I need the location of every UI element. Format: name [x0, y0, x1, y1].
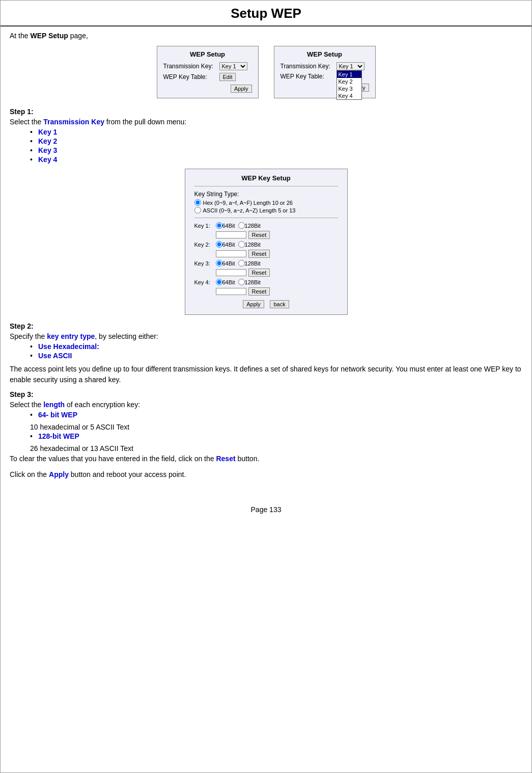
ascii-radio-row: ASCII (0~9, a~z, A~Z) Length 5 or 13 — [194, 207, 338, 214]
apply-button-1[interactable]: Apply — [231, 85, 252, 93]
key1-input-row: Reset — [194, 231, 338, 239]
reset-note-end: button. — [236, 455, 260, 463]
edit-button[interactable]: Edit — [219, 73, 236, 81]
step1-desc-end: from the pull down menu: — [104, 118, 186, 126]
step3-desc-bold: length — [43, 401, 65, 409]
step1-key-list: Key 1 Key 2 Key 3 Key 4 — [10, 128, 522, 164]
key2-64bit-inline: 64Bit — [216, 241, 235, 248]
ascii-label: ASCII (0~9, a~z, A~Z) Length 5 or 13 — [203, 207, 296, 214]
key2-reset-button[interactable]: Reset — [248, 250, 270, 258]
key4-64bit-radio[interactable] — [216, 279, 222, 285]
dropdown-item-key1[interactable]: Key 1 — [337, 71, 361, 78]
key4-label: Key 4: — [194, 279, 216, 285]
step2-heading: Step 2: — [10, 322, 522, 330]
wep-setup-title-1: WEP Setup — [163, 50, 252, 58]
key1-64bit-label: 64Bit — [222, 223, 235, 229]
key3-input[interactable] — [216, 269, 246, 276]
key1-input[interactable] — [216, 231, 246, 238]
key1-row: Key 1: 64Bit 128Bit — [194, 222, 338, 229]
key4-128bit-radio[interactable] — [238, 279, 245, 285]
step3-bullet-list: 64- bit WEP — [10, 411, 522, 419]
step2-desc-bold: key entry type — [47, 332, 95, 340]
transmission-key-label-2: Transmission Key: — [281, 63, 337, 70]
transmission-key-select-2[interactable]: Key 1 Key 2 Key 3 Key 4 — [337, 62, 365, 70]
form-row-transmission-1: Transmission Key: Key 1 — [163, 62, 252, 70]
key3-64bit-label: 64Bit — [222, 260, 235, 266]
key3-label: Key 3: — [194, 260, 216, 266]
use-hex-item: Use Hexadecimal: — [30, 342, 522, 351]
intro-bold: WEP Setup — [30, 32, 68, 40]
key1-item: Key 1 — [30, 128, 522, 136]
64bit-wep-item: 64- bit WEP — [30, 411, 522, 419]
key1-128bit-radio[interactable] — [238, 222, 245, 229]
key3-128bit-radio[interactable] — [238, 260, 245, 266]
key2-128bit-inline: 128Bit — [238, 241, 261, 248]
use-ascii-item: Use ASCII — [30, 352, 522, 360]
wep-key-table-label-2: WEP Key Table: — [281, 73, 337, 80]
key-apply-row: Apply back — [194, 300, 338, 308]
step1-desc-start: Select the — [10, 118, 43, 126]
key3-64bit-radio[interactable] — [216, 260, 222, 266]
key2-item: Key 2 — [30, 137, 522, 145]
step3-indent2: 26 hexadecimal or 13 ASCII Text — [10, 444, 522, 452]
apply-note-start: Click on the — [10, 470, 49, 478]
key4-reset-button[interactable]: Reset — [248, 287, 270, 296]
ascii-radio[interactable] — [194, 207, 201, 214]
key4-input[interactable] — [216, 288, 246, 295]
key-back-button[interactable]: back — [270, 300, 289, 308]
key4-128bit-inline: 128Bit — [238, 279, 261, 285]
intro-text: At the — [10, 32, 30, 40]
transmission-key-label-1: Transmission Key: — [163, 63, 219, 70]
key3-reset-button[interactable]: Reset — [248, 269, 270, 277]
page-title: Setup WEP — [1, 1, 531, 26]
key2-64bit-label: 64Bit — [222, 242, 235, 248]
form-row-transmission-2: Transmission Key: Key 1 Key 2 Key 3 Key … — [281, 62, 369, 70]
page-footer: Page 133 — [1, 490, 531, 519]
key4-row: Key 4: 64Bit 128Bit — [194, 279, 338, 285]
key2-input-row: Reset — [194, 250, 338, 258]
wep-setup-title-2: WEP Setup — [281, 50, 369, 58]
step2-desc-start: Specify the — [10, 332, 47, 340]
dropdown-item-key2[interactable]: Key 2 — [337, 78, 361, 85]
key1-64bit-inline: 64Bit — [216, 222, 235, 229]
content-area: At the WEP Setup page, WEP Setup Transmi… — [1, 26, 531, 490]
reset-note-start: To clear the values that you have entere… — [10, 455, 216, 463]
key1-reset-button[interactable]: Reset — [248, 231, 270, 239]
key2-128bit-radio[interactable] — [238, 241, 245, 248]
key1-64bit-radio[interactable] — [216, 222, 222, 229]
wep-setup-box-2: WEP Setup Transmission Key: Key 1 Key 2 … — [274, 46, 376, 98]
divider-2 — [194, 218, 338, 218]
dropdown-item-key4[interactable]: Key 4 — [337, 92, 361, 99]
step1-heading: Step 1: — [10, 108, 522, 116]
key3-128bit-inline: 128Bit — [238, 260, 261, 266]
hex-radio-row: Hex (0~9, a~f, A~F) Length 10 or 26 — [194, 199, 338, 206]
divider-1 — [194, 186, 338, 186]
key-apply-button[interactable]: Apply — [243, 300, 264, 308]
wep-key-setup-box: WEP Key Setup Key String Type: Hex (0~9,… — [185, 169, 348, 315]
wep-setup-box-1: WEP Setup Transmission Key: Key 1 WEP Ke… — [157, 46, 259, 98]
key2-64bit-radio[interactable] — [216, 241, 222, 248]
step2-para: The access point lets you define up to f… — [10, 364, 522, 385]
reset-note-bold: Reset — [216, 455, 235, 463]
key2-input[interactable] — [216, 250, 246, 257]
transmission-key-select-1[interactable]: Key 1 — [219, 62, 247, 70]
key3-128bit-label: 128Bit — [245, 260, 261, 266]
step3-desc-end: of each encryption key: — [65, 401, 140, 409]
apply-note-bold: Apply — [49, 470, 69, 478]
key4-item: Key 4 — [30, 155, 522, 164]
page-container: Setup WEP At the WEP Setup page, WEP Set… — [0, 0, 532, 773]
key-string-label: Key String Type: — [194, 191, 338, 198]
step1-desc-bold: Transmission Key — [43, 118, 104, 126]
step2-desc-end: , by selecting either: — [95, 332, 158, 340]
key2-128bit-label: 128Bit — [245, 242, 261, 248]
wep-key-setup-title: WEP Key Setup — [194, 174, 338, 182]
key2-row: Key 2: 64Bit 128Bit — [194, 241, 338, 248]
hex-radio[interactable] — [194, 199, 201, 206]
dropdown-item-key3[interactable]: Key 3 — [337, 85, 361, 92]
key2-label: Key 2: — [194, 242, 216, 248]
apply-row-1: Apply — [163, 84, 252, 93]
apply-note: Click on the Apply button and reboot you… — [10, 469, 522, 480]
step3-desc-start: Select the — [10, 401, 43, 409]
step2-desc: Specify the key entry type, by selecting… — [10, 332, 522, 340]
intro-text2: page, — [68, 32, 88, 40]
